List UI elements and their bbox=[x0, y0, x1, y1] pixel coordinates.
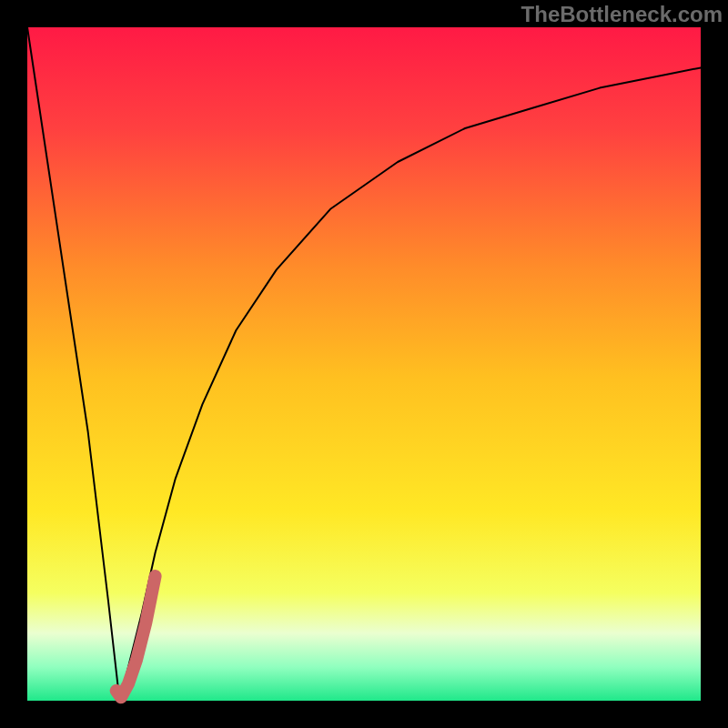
outer-frame: TheBottleneck.com bbox=[0, 0, 728, 728]
watermark-text: TheBottleneck.com bbox=[521, 2, 723, 27]
bottleneck-curve bbox=[27, 27, 701, 701]
chart-svg bbox=[27, 27, 701, 701]
plot-area bbox=[27, 27, 701, 701]
